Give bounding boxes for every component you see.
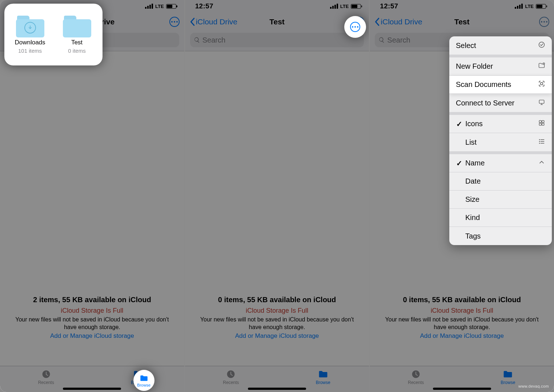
home-indicator[interactable] [433,388,491,390]
menu-connect-server[interactable]: Connect to Server [449,94,552,112]
footer-detail: Your new files will not be saved in iClo… [11,316,173,331]
check-icon: ✓ [456,120,462,128]
footer-summary: 0 items, 55 KB available on iCloud [381,295,543,305]
menu-scan-documents[interactable]: Scan Documents [449,76,552,94]
status-bar: 12:57 LTE [185,0,369,12]
menu-label: List [465,138,477,147]
search-placeholder: Search [387,36,410,44]
menu-label: Connect to Server [456,99,514,107]
tab-browse-label: Browse [501,380,515,385]
content-area: 2 items, 55 KB available on iCloud iClou… [0,51,184,366]
storage-footer: 0 items, 55 KB available on iCloud iClou… [185,295,369,340]
ellipsis-circle-icon [350,22,360,32]
home-indicator[interactable] [248,388,306,390]
svg-rect-9 [539,123,541,125]
svg-rect-5 [541,83,543,85]
clock-icon [225,369,237,379]
highlight-browse-tab: Browse [133,370,154,391]
search-input[interactable]: Search [190,33,364,47]
footer-warning: iCloud Storage Is Full [196,306,358,315]
menu-sort-tags[interactable]: Tags [449,227,552,245]
screen-browse-icloud-drive: 12:57 LTE Browse iCloud Drive Search 2 i… [0,0,184,392]
menu-label: Tags [465,232,481,240]
home-indicator[interactable] [63,388,121,390]
svg-rect-6 [539,100,544,103]
clock-icon [410,369,422,379]
scan-icon [538,80,545,89]
folder-name: Test [71,39,83,46]
chevron-left-icon [374,17,380,26]
battery-icon [351,4,361,9]
footer-detail: Your new files will not be saved in iClo… [381,316,543,331]
footer-warning: iCloud Storage Is Full [381,306,543,315]
menu-new-folder[interactable]: New Folder [449,57,552,76]
tab-recents-label: Recents [38,380,54,385]
ellipsis-circle-icon [169,17,180,27]
menu-label: Name [465,159,485,167]
chevron-up-icon [538,159,545,168]
signal-icon [330,4,338,9]
status-time: 12:57 [380,2,398,10]
battery-icon [536,4,546,9]
network-label: LTE [155,4,164,9]
watermark: www.devaq.com [518,384,549,388]
menu-sort-name[interactable]: ✓Name [449,154,552,172]
menu-label: Scan Documents [456,80,511,89]
menu-view-list[interactable]: List [449,133,552,151]
menu-select[interactable]: Select [449,36,552,55]
svg-rect-8 [542,120,544,123]
chevron-left-icon [189,17,195,26]
svg-rect-7 [539,120,541,123]
tab-recents-label: Recents [223,380,239,385]
svg-rect-10 [542,123,544,125]
menu-view-icons[interactable]: ✓Icons [449,115,552,133]
battery-icon [166,4,176,9]
folder-downloads[interactable]: Downloads 101 items [8,16,52,54]
status-time: 12:57 [195,2,213,10]
grid-icon [538,119,545,128]
footer-detail: Your new files will not be saved in iClo… [196,316,358,331]
nav-bar: iCloud Drive Test [370,12,554,31]
menu-label: Kind [465,213,480,222]
folder-test[interactable]: Test 0 items [55,16,99,54]
footer-manage-link[interactable]: Add or Manage iCloud storage [11,332,173,340]
screen-test-folder: 12:57 LTE iCloud Drive Test Search 0 ite… [185,0,369,392]
back-button[interactable]: iCloud Drive [189,17,237,26]
folder-icon [502,369,514,379]
menu-sort-size[interactable]: Size [449,191,552,209]
search-icon [194,37,200,43]
menu-label: New Folder [456,62,493,71]
check-icon: ✓ [456,159,462,168]
folder-name: Downloads [15,39,45,46]
menu-label: Size [465,195,479,204]
signal-icon [145,4,153,9]
status-bar: 12:57 LTE [370,0,554,12]
footer-warning: iCloud Storage Is Full [11,306,173,315]
back-label: iCloud Drive [381,17,422,26]
signal-icon [515,4,523,9]
search-placeholder: Search [202,36,225,44]
back-label: iCloud Drive [196,17,237,26]
tab-recents-label: Recents [408,380,424,385]
folder-subtitle: 0 items [68,48,85,54]
svg-point-11 [539,139,540,140]
storage-footer: 0 items, 55 KB available on iCloud iClou… [370,295,554,340]
highlight-more-button [344,16,366,38]
back-button[interactable]: iCloud Drive [374,17,422,26]
new-folder-icon [538,62,545,71]
list-icon [538,138,545,147]
tab-browse-label: Browse [316,380,330,385]
menu-sort-kind[interactable]: Kind [449,209,552,227]
svg-point-13 [539,143,540,144]
more-button[interactable] [539,16,550,27]
network-label: LTE [340,4,349,9]
menu-sort-date[interactable]: Date [449,172,552,191]
footer-manage-link[interactable]: Add or Manage iCloud storage [196,332,358,340]
network-label: LTE [525,4,534,9]
context-menu: Select New Folder Scan Documents [449,36,552,245]
footer-manage-link[interactable]: Add or Manage iCloud storage [381,332,543,340]
nav-bar: iCloud Drive Test [185,12,369,31]
menu-label: Date [465,177,481,185]
content-area: 0 items, 55 KB available on iCloud iClou… [185,51,369,366]
more-button[interactable] [169,16,180,27]
